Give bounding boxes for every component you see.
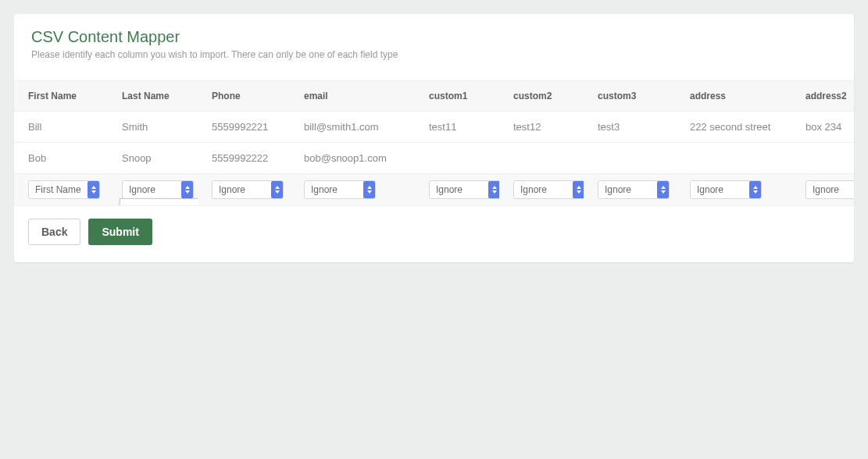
- table-cell: Bob: [14, 143, 108, 174]
- table-cell: test11: [415, 112, 499, 143]
- table-row: Bob Snoop 5559992222 bob@snoop1.com: [14, 143, 854, 174]
- mapping-select[interactable]: Ignore: [429, 180, 499, 199]
- csv-mapper-card: CSV Content Mapper Please identify each …: [14, 14, 854, 262]
- mapping-select[interactable]: Ignore: [304, 180, 376, 199]
- mapping-select[interactable]: Ignore: [690, 180, 762, 199]
- select-value: Ignore: [813, 184, 839, 195]
- stepper-icon: [88, 181, 99, 198]
- table-cell: 5559992221: [198, 112, 290, 143]
- table-cell: Bill: [14, 112, 108, 143]
- col-header: email: [290, 81, 415, 112]
- table-cell: bob@snoop1.com: [290, 143, 415, 174]
- col-header: address2: [791, 81, 854, 112]
- col-header: First Name: [14, 81, 108, 112]
- table-cell: [584, 143, 676, 174]
- back-button[interactable]: Back: [28, 219, 80, 245]
- col-header: custom3: [584, 81, 676, 112]
- table-cell: bill@smith1.com: [290, 112, 415, 143]
- select-value: First Name: [35, 184, 81, 195]
- table-cell: Smith: [108, 112, 198, 143]
- stepper-icon: [749, 181, 761, 198]
- stepper-icon: [363, 181, 375, 198]
- mapping-select[interactable]: Ignore IgnoreFirst NameLast Name⬉EmailPh…: [122, 180, 194, 199]
- col-header: address: [676, 81, 791, 112]
- select-value: Ignore: [311, 184, 338, 195]
- mapping-table: First Name Last Name Phone email custom1…: [14, 80, 854, 206]
- select-value: Ignore: [129, 184, 155, 195]
- page-title: CSV Content Mapper: [31, 28, 837, 46]
- submit-button[interactable]: Submit: [88, 219, 152, 245]
- col-header: custom1: [415, 81, 499, 112]
- stepper-icon: [181, 181, 193, 198]
- table-cell: box 234: [791, 112, 854, 143]
- select-value: Ignore: [219, 184, 245, 195]
- footer-actions: Back Submit: [14, 206, 854, 262]
- mapping-select[interactable]: First Name: [28, 180, 100, 199]
- table-cell: test12: [499, 112, 584, 143]
- table-cell: [676, 143, 791, 174]
- table-cell: [791, 143, 854, 174]
- stepper-icon: [488, 181, 499, 198]
- page-subtitle: Please identify each column you wish to …: [31, 49, 837, 60]
- mapping-select[interactable]: Ignore: [805, 180, 854, 199]
- col-header: Phone: [198, 81, 290, 112]
- table-cell: test3: [584, 112, 676, 143]
- col-header: custom2: [499, 81, 584, 112]
- table-wrapper: First Name Last Name Phone email custom1…: [14, 80, 854, 206]
- table-cell: 222 second street: [676, 112, 791, 143]
- select-value: Ignore: [697, 184, 723, 195]
- col-header: Last Name: [108, 81, 198, 112]
- mapping-select-row: First Name Ignore IgnoreFirst NameLast N…: [14, 174, 854, 206]
- mapping-select[interactable]: Ignore: [513, 180, 584, 199]
- card-header: CSV Content Mapper Please identify each …: [14, 14, 854, 80]
- select-value: Ignore: [436, 184, 463, 195]
- stepper-icon: [573, 181, 584, 198]
- select-value: Ignore: [520, 184, 547, 195]
- mapping-dropdown[interactable]: IgnoreFirst NameLast Name⬉EmailPhoneCust…: [120, 198, 198, 206]
- dropdown-option[interactable]: Ignore: [120, 202, 198, 206]
- table-row: Bill Smith 5559992221 bill@smith1.com te…: [14, 112, 854, 143]
- select-value: Ignore: [605, 184, 631, 195]
- stepper-icon: [657, 181, 669, 198]
- mapping-select[interactable]: Ignore: [212, 180, 284, 199]
- table-cell: [415, 143, 499, 174]
- stepper-icon: [271, 181, 283, 198]
- table-header-row: First Name Last Name Phone email custom1…: [14, 81, 854, 112]
- table-cell: [499, 143, 584, 174]
- mapping-select[interactable]: Ignore: [598, 180, 670, 199]
- table-cell: 5559992222: [198, 143, 290, 174]
- table-cell: Snoop: [108, 143, 198, 174]
